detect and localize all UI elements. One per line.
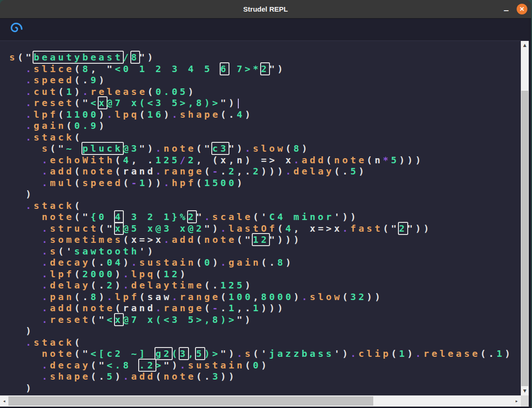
code-line[interactable]: .reset("<x@7 x(<3 5>,8)>") — [9, 314, 521, 326]
code-line[interactable]: .add(note(rand.range(-.2,.2))).delay(.5) — [9, 166, 521, 177]
code-token: )) — [367, 291, 383, 302]
code-token: 3 2 1}% — [123, 211, 188, 222]
code-token: ( — [172, 348, 180, 359]
horizontal-scrollbar[interactable]: ◂ ▸ — [0, 395, 521, 407]
code-token: ( — [155, 371, 163, 382]
code-token: " — [196, 211, 204, 222]
code-line[interactable]: .stack( — [9, 337, 521, 348]
code-line[interactable]: ) — [9, 382, 521, 394]
code-line[interactable]: .sometimes(x=>x.add(note("12"))) — [9, 234, 521, 246]
code-line[interactable]: .struct("x@5 x@3 x@2").lastOf(4, x=>x.fa… — [9, 223, 521, 234]
code-line[interactable]: .gain(0.9) — [9, 120, 521, 132]
minimize-button[interactable]: – — [503, 9, 510, 11]
code-token: ( — [326, 154, 334, 166]
code-token: decay — [50, 257, 90, 268]
code-token: / — [123, 52, 131, 63]
code-line[interactable]: .stack( — [9, 200, 521, 212]
code-token: rand — [123, 166, 155, 177]
code-token: ) — [188, 86, 196, 97]
indent — [9, 154, 42, 166]
horizontal-scrollbar-thumb[interactable] — [8, 396, 373, 406]
code-token: ) — [261, 360, 269, 371]
code-token: . — [221, 166, 229, 177]
code-token: 2 — [107, 280, 114, 291]
code-token: ( — [123, 177, 131, 188]
code-line[interactable]: .pan(.8).lpf(saw.range(100,8000).slow(32… — [9, 291, 521, 303]
code-line[interactable]: ) — [9, 325, 521, 337]
code-line[interactable]: s("~ pluck@3").note("c3").slow(8) — [9, 143, 521, 154]
code-token: (. — [334, 166, 350, 177]
code-token: 8 — [82, 63, 90, 74]
code-line[interactable]: .delay(.2).delaytime(.125) — [9, 280, 521, 291]
code-editor[interactable]: s("beautybeast/8") .slice(8, "<0 1 2 3 4… — [0, 41, 521, 395]
code-line[interactable]: .shape(.5).add(note(.3)) — [9, 371, 521, 382]
code-token: note — [42, 348, 74, 359]
code-token: s — [50, 246, 58, 257]
code-token: fast — [350, 223, 383, 234]
code-token: 1 — [399, 348, 407, 359]
title-bar: Strudel REPL – ✕ — [0, 0, 531, 19]
code-token: add — [131, 371, 155, 382]
code-line[interactable]: .reset("<x@7 x(<3 5>,8)>") — [9, 97, 521, 109]
strudel-spiral-logo-icon[interactable] — [9, 22, 23, 36]
code-token: range — [163, 166, 204, 177]
code-line[interactable]: .lpf(1100).lpq(16).shape(.4) — [9, 109, 521, 120]
code-token: ) — [285, 257, 293, 268]
code-token: sometimes — [50, 234, 123, 245]
code-token: . — [107, 291, 114, 302]
code-token: ( — [277, 223, 285, 234]
code-token: ) — [294, 291, 302, 302]
code-token: . — [204, 211, 212, 222]
code-token: )) — [221, 371, 237, 382]
code-token: ( — [196, 177, 204, 188]
code-token: ) — [99, 120, 107, 131]
scroll-down-icon[interactable]: ▼ — [521, 389, 529, 393]
code-token: (" — [74, 97, 91, 108]
scroll-left-icon[interactable]: ◂ — [0, 399, 8, 403]
window-right-edge — [529, 19, 531, 408]
code-token: , — [188, 348, 196, 359]
close-button[interactable]: ✕ — [517, 4, 527, 14]
code-line[interactable]: .mul(speed(-1)).hpf(1500) — [9, 177, 521, 189]
vertical-scrollbar-thumb[interactable] — [521, 91, 528, 386]
code-token: ( — [285, 143, 293, 154]
code-token: s — [42, 143, 50, 154]
code-line[interactable]: note("<[c2 ~] g2(3,5)>").s('jazzbass').c… — [9, 348, 521, 360]
code-line[interactable]: .lpf(2000).lpq(12) — [9, 268, 521, 280]
code-token: . — [42, 177, 50, 188]
code-token: . — [221, 223, 229, 234]
code-line[interactable]: note("{0 4 3 2 1}%2".scale('C4 minor')) — [9, 211, 521, 223]
code-token: )> — [204, 348, 221, 359]
code-line[interactable]: .decay(.04).sustain(0).gain(.8) — [9, 257, 521, 268]
code-token: gain — [34, 120, 66, 131]
active-event-token: c3 — [212, 143, 229, 154]
vertical-scrollbar[interactable]: ▲ ▼ — [521, 41, 529, 395]
code-token: . — [180, 360, 188, 371]
code-token: ") — [139, 52, 155, 63]
active-event-token: 2 — [399, 223, 407, 234]
code-token: ) — [99, 291, 107, 302]
code-line[interactable]: .cut(1).release(0.05) — [9, 86, 521, 98]
code-line[interactable]: .speed(.9) — [9, 74, 521, 86]
code-line[interactable]: .slice(8, "<0 1 2 3 4 5 6 7>*2") — [9, 63, 521, 75]
code-token: stack — [34, 132, 74, 143]
code-token: . — [42, 371, 50, 382]
code-line[interactable]: ) — [9, 188, 521, 200]
code-line[interactable]: .add(note(rand.range(-.1,.1))) — [9, 302, 521, 314]
code-token: rand — [123, 302, 155, 314]
code-line[interactable]: s("beautybeast/8") — [9, 52, 521, 63]
code-token: ( — [245, 360, 253, 371]
code-line[interactable]: .decay("<.8 .2>").sustain(0) — [9, 360, 521, 371]
code-line[interactable]: .stack( — [9, 132, 521, 143]
code-token: . — [42, 246, 50, 257]
active-event-token: 4 — [115, 211, 123, 222]
code-line[interactable]: .echoWith(4, .125/2, (x,n) => x.add(note… — [9, 154, 521, 166]
scroll-up-icon[interactable]: ▲ — [521, 43, 529, 47]
code-token: . — [42, 280, 50, 291]
code-token: (" — [50, 143, 66, 154]
code-token: sawtooth — [74, 246, 140, 257]
code-line[interactable]: .s('sawtooth') — [9, 246, 521, 257]
code-token: 16 — [148, 109, 164, 120]
indent — [9, 325, 26, 336]
scroll-right-icon[interactable]: ▸ — [513, 399, 520, 403]
